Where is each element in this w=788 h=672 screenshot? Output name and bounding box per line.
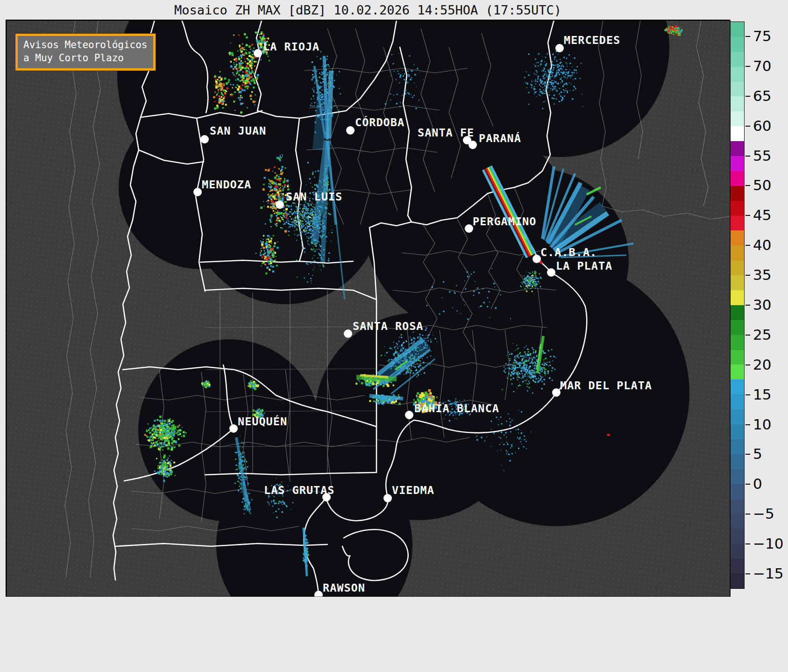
colorbar-tick-label: 0 [753,475,762,492]
city-label-neuqu-n: NEUQUÉN [238,415,287,428]
colorbar-tick-label: 35 [753,266,771,283]
warning-overlay-box: Avisos Meteorológicos a Muy Corto Plazo [15,34,156,71]
city-dot-mercedes [555,44,564,52]
colorbar-segment-13 [731,216,744,231]
colorbar-tick-mark [745,185,750,186]
colorbar-tick-mark [745,215,750,216]
colorbar-tick-label: −10 [753,535,783,552]
colorbar-tick-label: 20 [753,356,771,373]
city-dot-la-plata [547,268,555,277]
city-label-bah-a-blanca: BAHÍA BLANCA [414,402,499,415]
colorbar-segment-25 [731,394,744,409]
colorbar-segment-32 [731,499,744,514]
city-dot-mar-del-plata [552,388,561,397]
city-label-las-grutas: LAS GRUTAS [264,484,334,497]
colorbar-segment-3 [731,67,744,82]
colorbar-tick-mark [745,335,750,336]
colorbar-segment-23 [731,365,744,379]
colorbar-tick-mark [745,96,750,97]
colorbar-segment-37 [731,573,744,588]
radar-mosaic-screen: Mosaico ZH MAX [dBZ] 10.02.2026 14:55HOA… [0,0,788,672]
colorbar-segment-26 [731,409,744,424]
warning-line-1: Avisos Meteorológicos [23,38,148,51]
colorbar-segment-5 [731,96,744,111]
echo-beam [318,94,323,150]
warning-line-2: a Muy Corto Plazo [23,51,148,64]
colorbar-tick-label: 55 [753,147,771,164]
footer-logos: Servicio Meteorológico Nacional Argentin… [0,597,788,672]
city-dot-pergamino [465,224,473,233]
colorbar-segment-17 [731,275,744,290]
colorbar-tick-mark [745,573,750,574]
colorbar-segment-15 [731,245,744,260]
colorbar-tick-mark [745,543,750,544]
city-label-la-rioja: LA RIOJA [263,40,319,53]
colorbar-tick-mark [745,126,750,127]
colorbar-segment-24 [731,379,744,394]
colorbar-segment-9 [731,156,744,171]
city-dot-neuqu-n [229,424,238,433]
colorbar-segment-22 [731,350,744,365]
colorbar-segment-29 [731,454,744,469]
city-label-santa-rosa: SANTA ROSA [353,320,423,333]
colorbar-segment-34 [731,529,744,543]
colorbar-tick-mark [745,245,750,246]
colorbar-segment-14 [731,230,744,245]
colorbar-segment-8 [731,141,744,156]
echo-beam [329,71,331,138]
city-label-san-luis: SAN LUIS [286,190,342,203]
colorbar-segment-12 [731,201,744,216]
colorbar-tick-mark [745,514,750,515]
city-label-paran-: PARANÁ [479,132,521,145]
city-label-c-a-b-a-: C.A.B.A. [540,246,597,259]
city-label-mar-del-plata: MAR DEL PLATA [560,379,652,392]
colorbar-tick-mark [745,305,750,306]
colorbar-tick-label: 40 [753,236,771,253]
colorbar-segment-7 [731,126,744,141]
city-dot-san-luis [276,200,284,209]
colorbar-tick-label: 30 [753,296,771,313]
city-label-viedma: VIEDMA [392,484,434,497]
city-label-c-rdoba: CÓRDOBA [355,116,405,129]
colorbar-segment-11 [731,186,744,201]
city-dot-c-a-b-a- [532,255,541,263]
colorbar-segment-0 [731,22,744,37]
colorbar-tick-label: 70 [753,57,771,74]
colorbar-tick-label: 50 [753,177,771,193]
colorbar-tick-label: 65 [753,87,771,104]
colorbar-tick-mark [745,454,750,455]
city-label-la-plata: LA PLATA [556,259,612,272]
colorbar-tick-mark [745,66,750,67]
colorbar-segment-27 [731,424,744,439]
radar-map: LA RIOJAMERCEDESSAN JUANCÓRDOBASANTA FEP… [6,20,730,597]
colorbar-tick-label: 10 [753,416,771,433]
city-label-rawson: RAWSON [323,581,365,594]
colorbar-segment-31 [731,484,744,499]
city-dot-san-juan [200,135,209,143]
city-label-pergamino: PERGAMINO [473,215,536,228]
colorbar-tick-mark [745,484,750,485]
city-dot-paran- [469,141,477,149]
colorbar-segment-30 [731,469,744,484]
colorbar-segment-21 [731,335,744,350]
city-label-mercedes: MERCEDES [564,34,620,47]
colorbar-tick-mark [745,156,750,157]
colorbar-segment-28 [731,439,744,454]
colorbar-tick-label: 75 [753,28,771,44]
page-title: Mosaico ZH MAX [dBZ] 10.02.2026 14:55HOA… [6,3,730,17]
colorbar-tick-mark [745,394,750,395]
colorbar-tick-label: 15 [753,386,771,403]
city-label-san-juan: SAN JUAN [210,124,266,137]
colorbar-tick-label: 45 [753,207,771,223]
colorbar-tick-label: −5 [753,505,774,522]
colorbar-segment-36 [731,558,744,573]
echo-cluster [607,434,610,436]
city-dot-bah-a-blanca [405,411,413,419]
colorbar-segment-4 [731,82,744,97]
colorbar-segment-16 [731,260,744,275]
colorbar-segment-18 [731,290,744,305]
colorbar-segment-1 [731,37,744,52]
colorbar-tick-mark [745,36,750,37]
colorbar-segment-6 [731,111,744,126]
colorbar-tick-label: 60 [753,117,771,134]
